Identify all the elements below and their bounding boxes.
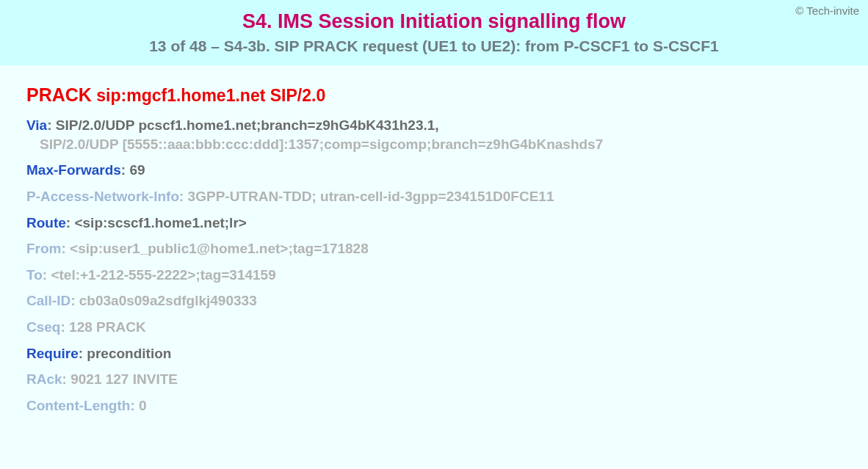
sip-header-line: RAck: 9021 127 INVITE xyxy=(26,370,868,389)
sip-header-line: To: <tel:+1-212-555-2222>;tag=314159 xyxy=(26,266,868,285)
sip-header-name: Call-ID xyxy=(26,293,70,308)
sip-header-value: 128 PRACK xyxy=(69,319,146,335)
sip-header-name: P-Access-Network-Info xyxy=(26,189,179,204)
sip-header-name: Route xyxy=(26,215,66,230)
sip-header-line: Via: SIP/2.0/UDP pcscf1.home1.net;branch… xyxy=(26,116,868,153)
sip-header-value: <sip:scscf1.home1.net;lr> xyxy=(74,215,246,230)
sip-header-line: Call-ID: cb03a0s09a2sdfglkj490333 xyxy=(26,291,868,310)
copyright-text: © Tech-invite xyxy=(795,4,859,17)
sip-header-name: Cseq xyxy=(26,319,60,335)
sip-header-value: precondition xyxy=(87,346,171,361)
sip-header-value: <tel:+1-212-555-2222>;tag=314159 xyxy=(51,267,275,283)
sip-header-value: <sip:user1_public1@home1.net>;tag=171828 xyxy=(70,241,369,256)
sip-request-uri: sip:mgcf1.home1.net xyxy=(96,86,265,105)
sip-method: PRACK xyxy=(26,84,92,105)
sip-header-value: 69 xyxy=(129,162,145,178)
sip-header-value: 9021 127 INVITE xyxy=(70,371,178,387)
sip-header-value: 3GPP-UTRAN-TDD; utran-cell-id-3gpp=23415… xyxy=(188,189,554,204)
sip-header-value: SIP/2.0/UDP pcscf1.home1.net;branch=z9hG… xyxy=(56,117,439,133)
sip-header-value: 0 xyxy=(139,398,147,413)
sip-request-line: PRACK sip:mgcf1.home1.net SIP/2.0 xyxy=(26,84,868,106)
sip-header-line: From: <sip:user1_public1@home1.net>;tag=… xyxy=(26,239,868,258)
sip-headers-block: Via: SIP/2.0/UDP pcscf1.home1.net;branch… xyxy=(26,116,868,415)
sip-header-name: Content-Length xyxy=(26,398,130,413)
sip-header-name: Require xyxy=(26,346,79,361)
sip-header-name: From xyxy=(26,241,62,256)
sip-version: SIP/2.0 xyxy=(270,86,325,105)
header-bar: © Tech-invite S4. IMS Session Initiation… xyxy=(0,0,868,65)
sip-header-value: cb03a0s09a2sdfglkj490333 xyxy=(79,293,257,308)
sip-header-line: P-Access-Network-Info: 3GPP-UTRAN-TDD; u… xyxy=(26,187,868,206)
sip-header-line: Cseq: 128 PRACK xyxy=(26,318,868,337)
message-body: PRACK sip:mgcf1.home1.net SIP/2.0 Via: S… xyxy=(0,65,868,467)
sip-header-continuation: SIP/2.0/UDP [5555::aaa:bbb:ccc:ddd]:1357… xyxy=(26,135,868,154)
sip-header-name: RAck xyxy=(26,371,62,387)
sip-header-name: Via xyxy=(26,117,47,133)
sip-header-line: Content-Length: 0 xyxy=(26,396,868,415)
sip-header-line: Require: precondition xyxy=(26,344,868,363)
sip-header-line: Route: <sip:scscf1.home1.net;lr> xyxy=(26,214,868,233)
sip-header-name: Max-Forwards xyxy=(26,162,121,178)
page-subtitle: 13 of 48 – S4-3b. SIP PRACK request (UE1… xyxy=(12,37,856,55)
sip-header-name: To xyxy=(26,267,43,283)
sip-header-line: Max-Forwards: 69 xyxy=(26,161,868,180)
page-title: S4. IMS Session Initiation signalling fl… xyxy=(12,10,856,33)
